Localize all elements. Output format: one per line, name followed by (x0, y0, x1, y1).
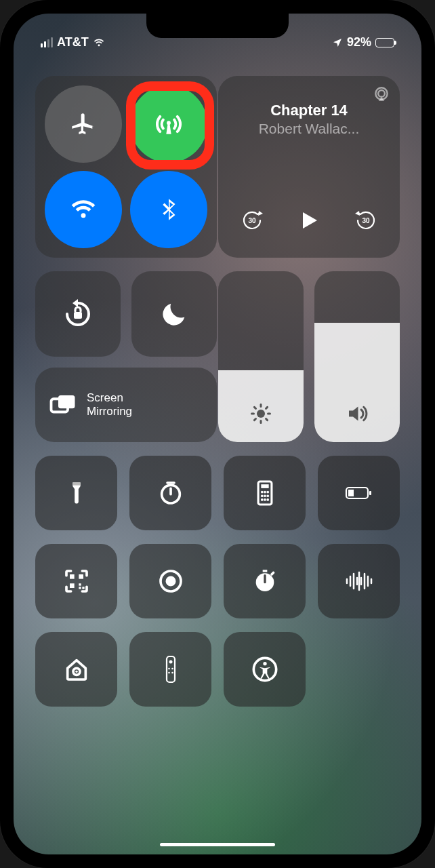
volume-slider[interactable] (314, 271, 400, 442)
airplane-icon (70, 111, 97, 138)
svg-point-17 (264, 494, 266, 497)
svg-text:30: 30 (248, 217, 256, 224)
screen: AT&T 92% (14, 14, 421, 854)
signal-strength-icon (41, 37, 53, 47)
svg-text:30: 30 (362, 217, 370, 224)
screen-mirroring-button[interactable]: Screen Mirroring (35, 368, 217, 442)
svg-point-13 (260, 491, 263, 494)
remote-button[interactable] (129, 632, 211, 707)
airplay-icon[interactable] (373, 85, 390, 103)
svg-rect-30 (79, 587, 81, 589)
moon-icon (159, 298, 190, 330)
stopwatch-button[interactable] (224, 544, 306, 618)
speaker-icon (345, 401, 369, 426)
svg-point-42 (171, 672, 173, 674)
screen-mirroring-icon (49, 391, 77, 419)
low-power-button[interactable] (318, 456, 400, 530)
svg-point-19 (260, 498, 263, 501)
cellular-antenna-icon (154, 109, 184, 139)
bluetooth-icon (156, 197, 182, 222)
remote-icon (163, 655, 179, 684)
svg-rect-7 (58, 395, 75, 408)
svg-point-8 (257, 410, 265, 418)
home-indicator[interactable] (160, 843, 275, 846)
low-power-icon (344, 484, 374, 502)
svg-rect-9 (72, 482, 80, 485)
svg-rect-29 (82, 587, 84, 589)
location-icon (332, 37, 343, 48)
phone-frame: AT&T 92% (0, 0, 435, 868)
svg-rect-5 (74, 312, 82, 319)
svg-point-32 (165, 576, 175, 587)
airplane-mode-toggle[interactable] (45, 85, 122, 163)
hearing-button[interactable] (318, 544, 400, 618)
svg-point-16 (260, 494, 263, 497)
brightness-slider[interactable] (218, 271, 304, 442)
connectivity-module[interactable] (35, 76, 217, 258)
play-button[interactable] (291, 202, 327, 239)
waveform-icon (344, 571, 375, 591)
record-icon (157, 568, 184, 595)
timer-button[interactable] (129, 456, 211, 530)
screen-mirroring-label-2: Mirroring (87, 405, 132, 418)
svg-point-41 (168, 672, 170, 674)
svg-rect-24 (348, 490, 354, 496)
timer-icon (157, 479, 184, 507)
svg-point-38 (169, 660, 172, 664)
svg-point-21 (266, 498, 269, 501)
home-button[interactable] (35, 632, 117, 707)
calculator-button[interactable] (224, 456, 306, 530)
media-module[interactable]: Chapter 14 Robert Wallac... 30 30 (218, 76, 400, 258)
rotation-lock-button[interactable] (35, 271, 121, 357)
media-subtitle: Robert Wallac... (232, 121, 386, 137)
svg-rect-26 (79, 574, 83, 579)
screen-mirroring-label-1: Screen (87, 391, 123, 404)
notch (146, 14, 289, 38)
svg-point-18 (266, 494, 269, 497)
battery-icon (375, 38, 394, 47)
brightness-icon (249, 401, 273, 426)
svg-point-36 (75, 671, 77, 673)
flashlight-icon (65, 479, 88, 507)
qr-icon (63, 568, 90, 595)
svg-point-20 (264, 498, 266, 501)
svg-rect-27 (70, 583, 75, 588)
svg-point-39 (168, 668, 170, 670)
svg-point-44 (263, 662, 266, 665)
svg-rect-25 (70, 574, 75, 579)
carrier-label: AT&T (57, 35, 89, 50)
rotation-lock-icon (62, 298, 94, 330)
svg-rect-12 (261, 484, 268, 488)
accessibility-button[interactable] (224, 632, 306, 707)
bluetooth-toggle[interactable] (130, 171, 207, 248)
battery-pct: 92% (347, 35, 371, 50)
control-center: Chapter 14 Robert Wallac... 30 30 (35, 76, 400, 821)
accessibility-icon (251, 656, 278, 683)
wifi-status-icon (93, 37, 105, 49)
wifi-toggle[interactable] (45, 171, 122, 248)
qr-scanner-button[interactable] (35, 544, 117, 618)
svg-point-2 (378, 90, 385, 97)
cellular-toggle[interactable] (130, 85, 207, 163)
svg-point-14 (264, 491, 266, 494)
do-not-disturb-button[interactable] (131, 271, 217, 357)
wifi-icon (69, 195, 98, 224)
svg-point-15 (266, 491, 269, 494)
media-title: Chapter 14 (232, 102, 386, 119)
flashlight-button[interactable] (35, 456, 117, 530)
svg-rect-28 (79, 583, 81, 585)
calculator-icon (253, 479, 276, 507)
skip-forward-button[interactable]: 30 (351, 205, 381, 235)
screen-record-button[interactable] (129, 544, 211, 618)
stopwatch-icon (251, 568, 278, 595)
svg-rect-34 (262, 570, 267, 572)
empty-slot (318, 632, 400, 707)
svg-point-40 (171, 668, 173, 670)
home-icon (63, 656, 90, 683)
svg-rect-23 (369, 491, 371, 495)
skip-back-button[interactable]: 30 (237, 205, 267, 235)
